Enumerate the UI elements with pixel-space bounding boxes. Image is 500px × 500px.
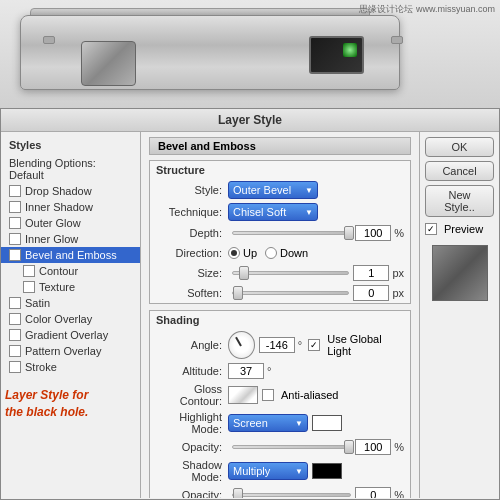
direction-control: Up Down <box>228 247 404 259</box>
gradient-overlay-checkbox[interactable] <box>9 329 21 341</box>
shadow-mode-control: Multiply ▼ <box>228 462 404 480</box>
soften-label: Soften: <box>156 287 228 299</box>
shadow-dropdown-arrow: ▼ <box>295 467 303 476</box>
style-label: Style: <box>156 184 228 196</box>
shadow-opacity-input[interactable] <box>355 487 391 498</box>
inner-glow-checkbox[interactable] <box>9 233 21 245</box>
structure-section: Structure Style: Outer Bevel ▼ <box>149 160 411 304</box>
sidebar-item-inner-glow[interactable]: Inner Glow <box>1 231 140 247</box>
altitude-label: Altitude: <box>156 365 228 377</box>
anti-aliased-checkbox[interactable] <box>262 389 274 401</box>
sidebar-item-gradient-overlay[interactable]: Gradient Overlay <box>1 327 140 343</box>
direction-label: Direction: <box>156 247 228 259</box>
sidebar-title: Styles <box>1 137 140 155</box>
direction-down[interactable]: Down <box>265 247 308 259</box>
depth-control: % <box>228 225 404 241</box>
direction-row: Direction: Up Down <box>150 243 410 263</box>
angle-input[interactable] <box>259 337 295 353</box>
sidebar-item-drop-shadow[interactable]: Drop Shadow <box>1 183 140 199</box>
size-unit: px <box>392 267 404 279</box>
texture-checkbox[interactable] <box>23 281 35 293</box>
sidebar-item-color-overlay[interactable]: Color Overlay <box>1 311 140 327</box>
preview-checkbox[interactable]: ✓ <box>425 223 437 235</box>
watermark: 思缘设计论坛 www.missyuan.com <box>359 3 495 16</box>
gradient-overlay-label: Gradient Overlay <box>25 329 108 341</box>
global-light-checkbox[interactable]: ✓ <box>308 339 320 351</box>
sidebar-item-satin[interactable]: Satin <box>1 295 140 311</box>
ok-button[interactable]: OK <box>425 137 494 157</box>
italic-text: Layer Style forthe black hole. <box>5 387 136 421</box>
style-row: Style: Outer Bevel ▼ <box>150 179 410 201</box>
buttons-panel: OK Cancel New Style.. ✓ Preview <box>419 132 499 498</box>
sidebar-item-blending[interactable]: Blending Options: Default <box>1 155 140 183</box>
sidebar-item-texture[interactable]: Texture <box>1 279 140 295</box>
highlight-color-swatch[interactable] <box>312 415 342 431</box>
angle-dial[interactable] <box>228 331 255 359</box>
shading-title: Shading <box>150 311 410 329</box>
stroke-checkbox[interactable] <box>9 361 21 373</box>
highlight-opacity-slider[interactable] <box>232 445 351 449</box>
bevel-emboss-checkbox[interactable]: ✓ <box>9 249 21 261</box>
shadow-mode-dropdown[interactable]: Multiply ▼ <box>228 462 308 480</box>
sidebar-item-pattern-overlay[interactable]: Pattern Overlay <box>1 343 140 359</box>
contour-checkbox[interactable] <box>23 265 35 277</box>
inner-shadow-checkbox[interactable] <box>9 201 21 213</box>
preview-row: ✓ Preview <box>425 221 494 237</box>
shadow-color-swatch[interactable] <box>312 463 342 479</box>
satin-checkbox[interactable] <box>9 297 21 309</box>
depth-row: Depth: % <box>150 223 410 243</box>
direction-down-label: Down <box>280 247 308 259</box>
direction-up-label: Up <box>243 247 257 259</box>
center-panel: Bevel and Emboss Structure Style: Outer … <box>141 132 419 498</box>
soften-row: Soften: px <box>150 283 410 303</box>
inner-shadow-label: Inner Shadow <box>25 201 93 213</box>
main-content: Styles Blending Options: Default Drop Sh… <box>1 132 499 498</box>
direction-down-radio[interactable] <box>265 247 277 259</box>
anti-aliased-label: Anti-aliased <box>281 389 338 401</box>
size-control: px <box>228 265 404 281</box>
technique-dropdown-arrow: ▼ <box>305 208 313 217</box>
size-input[interactable] <box>353 265 389 281</box>
shadow-opacity-unit: % <box>394 489 404 498</box>
color-overlay-checkbox[interactable] <box>9 313 21 325</box>
depth-slider[interactable] <box>232 231 351 235</box>
altitude-input[interactable] <box>228 363 264 379</box>
soften-slider[interactable] <box>232 291 349 295</box>
blending-label: Blending Options: Default <box>9 157 132 181</box>
direction-up-radio[interactable] <box>228 247 240 259</box>
sidebar-item-stroke[interactable]: Stroke <box>1 359 140 375</box>
direction-up[interactable]: Up <box>228 247 257 259</box>
sidebar-item-inner-shadow[interactable]: Inner Shadow <box>1 199 140 215</box>
highlight-mode-label: Highlight Mode: <box>156 411 228 435</box>
shadow-opacity-slider[interactable] <box>232 493 351 497</box>
bevel-emboss-label: Bevel and Emboss <box>25 249 117 261</box>
structure-title: Structure <box>150 161 410 179</box>
gloss-preview[interactable] <box>228 386 258 404</box>
gloss-contour-control: Anti-aliased <box>228 386 404 404</box>
highlight-mode-value: Screen <box>233 417 268 429</box>
soften-input[interactable] <box>353 285 389 301</box>
shadow-opacity-row: Opacity: % <box>150 485 410 498</box>
camera-image: 思缘设计论坛 www.missyuan.com <box>0 0 500 110</box>
drop-shadow-checkbox[interactable] <box>9 185 21 197</box>
soften-control: px <box>228 285 404 301</box>
sidebar: Styles Blending Options: Default Drop Sh… <box>1 132 141 498</box>
preview-label: Preview <box>444 223 483 235</box>
technique-dropdown[interactable]: Chisel Soft ▼ <box>228 203 318 221</box>
highlight-mode-dropdown[interactable]: Screen ▼ <box>228 414 308 432</box>
highlight-opacity-input[interactable] <box>355 439 391 455</box>
sidebar-item-bevel-emboss[interactable]: ✓ Bevel and Emboss <box>1 247 140 263</box>
sidebar-item-contour[interactable]: Contour <box>1 263 140 279</box>
style-dropdown[interactable]: Outer Bevel ▼ <box>228 181 318 199</box>
outer-glow-checkbox[interactable] <box>9 217 21 229</box>
cancel-button[interactable]: Cancel <box>425 161 494 181</box>
depth-input[interactable] <box>355 225 391 241</box>
new-style-button[interactable]: New Style.. <box>425 185 494 217</box>
sidebar-item-outer-glow[interactable]: Outer Glow <box>1 215 140 231</box>
technique-value: Chisel Soft <box>233 206 286 218</box>
size-slider[interactable] <box>232 271 349 275</box>
panel-title: Bevel and Emboss <box>149 137 411 155</box>
highlight-opacity-unit: % <box>394 441 404 453</box>
pattern-overlay-checkbox[interactable] <box>9 345 21 357</box>
soften-unit: px <box>392 287 404 299</box>
